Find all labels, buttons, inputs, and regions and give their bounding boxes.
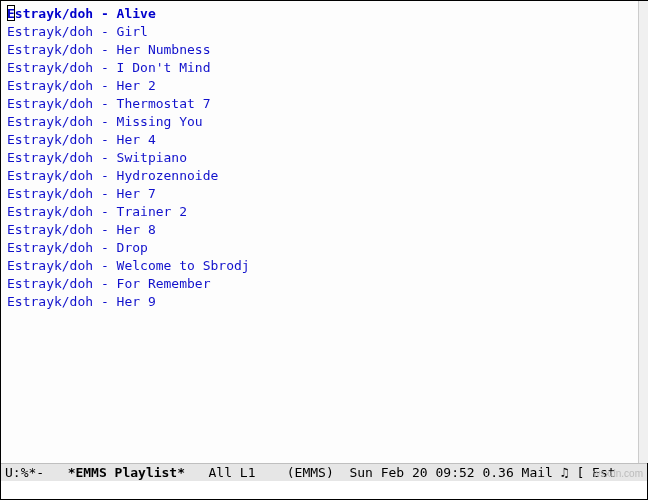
playlist-track[interactable]: Estrayk/doh - I Don't Mind xyxy=(7,59,641,77)
playlist-track[interactable]: Estrayk/doh - Thermostat 7 xyxy=(7,95,641,113)
playlist-track[interactable]: Estrayk/doh - Her 9 xyxy=(7,293,641,311)
playlist-track[interactable]: Estrayk/doh - Girl xyxy=(7,23,641,41)
modeline-mode: (EMMS) xyxy=(279,464,342,481)
modeline-load: 0.36 xyxy=(482,464,521,481)
playlist-track[interactable]: Estrayk/doh - Drop xyxy=(7,239,641,257)
modeline-position: All L1 xyxy=(185,464,279,481)
playlist-track[interactable]: Estrayk/doh - Her Numbness xyxy=(7,41,641,59)
modeline-mail: Mail xyxy=(522,464,561,481)
playlist-track[interactable]: Estrayk/doh - Welcome to Sbrodj xyxy=(7,257,641,275)
playlist-track[interactable]: Estrayk/doh - Her 8 xyxy=(7,221,641,239)
watermark: wsxdn.com xyxy=(593,468,643,479)
modeline-status: U:%*- xyxy=(5,464,68,481)
emacs-frame: Estrayk/doh - AliveEstrayk/doh - GirlEst… xyxy=(0,0,648,500)
playlist-track[interactable]: Estrayk/doh - Alive xyxy=(7,5,641,23)
playlist-track[interactable]: Estrayk/doh - For Remember xyxy=(7,275,641,293)
modeline-time: Sun Feb 20 09:52 xyxy=(342,464,483,481)
modeline-buffer-name: *EMMS Playlist* xyxy=(68,464,185,481)
playlist-track[interactable]: Estrayk/doh - Switpiano xyxy=(7,149,641,167)
playlist-track[interactable]: Estrayk/doh - Her 2 xyxy=(7,77,641,95)
playlist-track[interactable]: Estrayk/doh - Missing You xyxy=(7,113,641,131)
playlist-track[interactable]: Estrayk/doh - Trainer 2 xyxy=(7,203,641,221)
minibuffer[interactable] xyxy=(1,481,647,499)
playlist-track[interactable]: Estrayk/doh - Her 7 xyxy=(7,185,641,203)
modeline-music-icon: ♫ xyxy=(561,464,577,481)
scrollbar[interactable] xyxy=(638,1,648,463)
playlist-buffer[interactable]: Estrayk/doh - AliveEstrayk/doh - GirlEst… xyxy=(1,1,647,463)
playlist-track[interactable]: Estrayk/doh - Hydrozennoide xyxy=(7,167,641,185)
playlist-track[interactable]: Estrayk/doh - Her 4 xyxy=(7,131,641,149)
mode-line[interactable]: U:%*- *EMMS Playlist* All L1 (EMMS) Sun … xyxy=(1,463,647,481)
